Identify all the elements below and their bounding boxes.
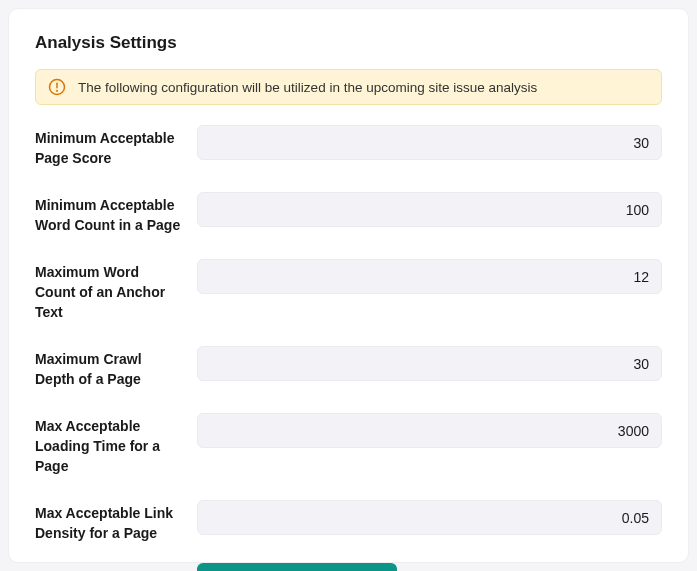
svg-point-2 [57,90,58,91]
field-label: Minimum Acceptable Page Score [35,125,183,168]
max-load-time-input[interactable] [197,413,662,448]
field-max-load-time: Max Acceptable Loading Time for a Page [35,413,662,476]
field-label: Max Acceptable Link Density for a Page [35,500,183,543]
banner-text: The following configuration will be util… [78,80,537,95]
alert-circle-icon [48,78,66,96]
max-anchor-words-input[interactable] [197,259,662,294]
analysis-settings-card: Analysis Settings The following configur… [8,8,689,563]
max-crawl-depth-input[interactable] [197,346,662,381]
min-word-count-input[interactable] [197,192,662,227]
field-label: Maximum Word Count of an Anchor Text [35,259,183,322]
max-link-density-input[interactable] [197,500,662,535]
settings-form: Minimum Acceptable Page Score Minimum Ac… [35,125,662,543]
field-label: Max Acceptable Loading Time for a Page [35,413,183,476]
update-settings-button[interactable]: Update Analysis Settings [197,563,397,571]
form-actions: Update Analysis Settings [35,563,662,571]
field-max-anchor-words: Maximum Word Count of an Anchor Text [35,259,662,322]
field-min-word-count: Minimum Acceptable Word Count in a Page [35,192,662,235]
field-label: Minimum Acceptable Word Count in a Page [35,192,183,235]
page-title: Analysis Settings [35,33,662,53]
info-banner: The following configuration will be util… [35,69,662,105]
field-min-page-score: Minimum Acceptable Page Score [35,125,662,168]
field-max-link-density: Max Acceptable Link Density for a Page [35,500,662,543]
min-page-score-input[interactable] [197,125,662,160]
field-max-crawl-depth: Maximum Crawl Depth of a Page [35,346,662,389]
field-label: Maximum Crawl Depth of a Page [35,346,183,389]
